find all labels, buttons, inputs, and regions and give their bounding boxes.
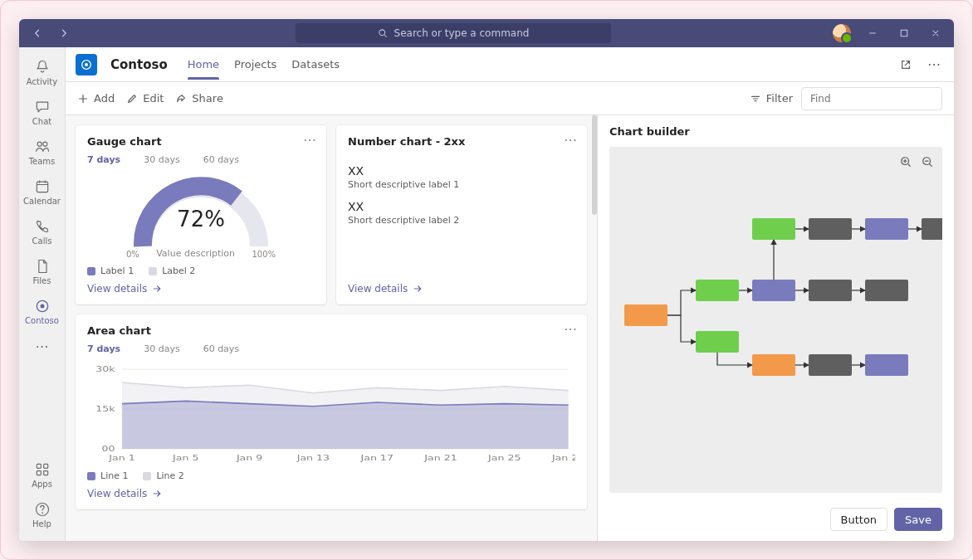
teams-icon: [34, 139, 51, 155]
bell-icon: [34, 59, 51, 75]
window-minimize-button[interactable]: [863, 23, 883, 43]
flow-node[interactable]: [922, 218, 942, 240]
find-input[interactable]: [801, 87, 942, 110]
chart-builder-pane: Chart builder Button Save: [597, 115, 954, 541]
app-window: Search or type a command Activity Chat: [19, 19, 954, 541]
number-row: XX Short descriptive label 1: [348, 164, 575, 190]
flow-node[interactable]: [696, 331, 739, 353]
rail-label: Activity: [27, 77, 57, 86]
app-header: Contoso Home Projects Datasets ⋯: [66, 47, 954, 82]
tab-home[interactable]: Home: [188, 50, 219, 79]
flow-node[interactable]: [865, 354, 908, 376]
help-icon: [34, 501, 51, 518]
flow-node[interactable]: [752, 354, 795, 376]
title-bar: Search or type a command: [19, 19, 954, 47]
svg-rect-9: [37, 470, 41, 475]
window-maximize-button[interactable]: [894, 23, 914, 43]
svg-rect-7: [37, 464, 41, 468]
svg-text:30k: 30k: [95, 365, 115, 374]
gauge-value: 72%: [126, 207, 276, 231]
flow-node[interactable]: [624, 304, 667, 326]
rail-label: Calls: [32, 236, 52, 246]
svg-text:Jan 21: Jan 21: [423, 454, 457, 463]
card-menu-button[interactable]: ⋯: [564, 132, 579, 148]
dashboard-pane: ⋯ Gauge chart 7 days 30 days 60 days: [66, 115, 597, 541]
svg-point-0: [379, 30, 384, 36]
window-close-button[interactable]: [926, 23, 946, 43]
svg-point-3: [42, 142, 46, 146]
flow-node[interactable]: [752, 280, 795, 301]
flow-node[interactable]: [809, 218, 852, 240]
legend-item: Label 2: [149, 265, 195, 276]
svg-rect-1: [901, 30, 907, 37]
card-title: Area chart: [87, 324, 575, 337]
seg-30-days[interactable]: 30 days: [144, 343, 179, 354]
rail-label: Teams: [29, 157, 56, 166]
svg-point-6: [40, 304, 44, 308]
rail-label: Files: [33, 276, 51, 285]
area-card: ⋯ Area chart 7 days 30 days 60 days 0015…: [76, 314, 587, 509]
avatar[interactable]: [833, 24, 851, 42]
number-card: ⋯ Number chart - 2xx XX Short descriptiv…: [336, 125, 587, 304]
save-button[interactable]: Save: [894, 508, 942, 531]
view-details-link[interactable]: View details: [87, 488, 575, 499]
calendar-icon: [34, 178, 51, 195]
pencil-icon: [126, 93, 138, 105]
rail-item-apps[interactable]: Apps: [19, 455, 65, 494]
seg-60-days[interactable]: 60 days: [203, 154, 239, 165]
svg-text:Jan 13: Jan 13: [296, 454, 330, 463]
svg-text:Jan 17: Jan 17: [359, 454, 394, 463]
find-field[interactable]: [809, 92, 936, 105]
flow-node[interactable]: [865, 218, 908, 240]
rail-item-chat[interactable]: Chat: [19, 92, 65, 132]
add-button[interactable]: Add: [77, 92, 115, 105]
rail-item-contoso[interactable]: Contoso: [19, 291, 65, 331]
rail-item-calendar[interactable]: Calendar: [19, 172, 65, 212]
flow-node[interactable]: [865, 280, 908, 301]
svg-rect-4: [37, 182, 47, 192]
seg-7-days[interactable]: 7 days: [87, 154, 120, 165]
app-icon: [34, 298, 51, 314]
nav-back-button[interactable]: [27, 23, 47, 43]
rail-item-calls[interactable]: Calls: [19, 212, 65, 251]
card-menu-button[interactable]: ⋯: [564, 321, 579, 337]
rail-item-activity[interactable]: Activity: [19, 52, 65, 92]
rail-more-button[interactable]: ⋯: [19, 331, 65, 361]
svg-point-2: [37, 142, 42, 146]
card-menu-button[interactable]: ⋯: [303, 132, 318, 148]
file-icon: [34, 258, 51, 275]
rail-item-files[interactable]: Files: [19, 251, 65, 291]
app-rail: Activity Chat Teams Calendar Calls: [19, 47, 66, 541]
arrow-right-icon: [152, 489, 162, 499]
flow-node[interactable]: [809, 354, 852, 376]
rail-item-teams[interactable]: Teams: [19, 132, 65, 172]
seg-60-days[interactable]: 60 days: [203, 343, 239, 354]
tab-projects[interactable]: Projects: [234, 50, 276, 79]
svg-point-14: [85, 63, 88, 66]
app-logo: [76, 54, 97, 75]
more-button[interactable]: ⋯: [924, 55, 944, 75]
builder-canvas[interactable]: [609, 147, 942, 493]
rail-label: Contoso: [25, 316, 59, 325]
area-chart: 0015k30kJan 1Jan 5Jan 9Jan 13Jan 17Jan 2…: [87, 364, 575, 464]
rail-label: Apps: [32, 480, 52, 489]
popout-button[interactable]: [896, 55, 916, 75]
flow-node[interactable]: [809, 280, 852, 301]
svg-rect-8: [43, 464, 47, 468]
tab-datasets[interactable]: Datasets: [291, 50, 340, 79]
rail-item-help[interactable]: Help: [19, 494, 65, 534]
search-input[interactable]: Search or type a command: [296, 23, 611, 43]
seg-30-days[interactable]: 30 days: [144, 154, 179, 165]
edit-button[interactable]: Edit: [126, 92, 164, 105]
flow-node[interactable]: [752, 218, 795, 240]
share-icon: [175, 93, 187, 105]
view-details-link[interactable]: View details: [348, 283, 575, 295]
nav-forward-button[interactable]: [54, 23, 74, 43]
filter-button[interactable]: Filter: [750, 92, 793, 105]
flow-node[interactable]: [696, 280, 739, 301]
secondary-button[interactable]: Button: [830, 508, 888, 531]
view-details-link[interactable]: View details: [87, 283, 315, 295]
seg-7-days[interactable]: 7 days: [87, 343, 120, 354]
phone-icon: [34, 218, 51, 235]
share-button[interactable]: Share: [175, 92, 223, 105]
